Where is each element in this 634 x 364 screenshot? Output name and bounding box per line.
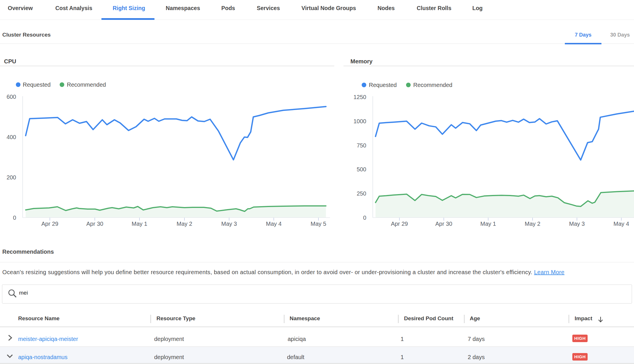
svg-text:May 1: May 1 bbox=[480, 221, 496, 227]
svg-text:May 2: May 2 bbox=[177, 221, 192, 227]
svg-text:500: 500 bbox=[357, 166, 366, 172]
svg-text:May 4: May 4 bbox=[266, 221, 282, 227]
svg-text:May 3: May 3 bbox=[221, 221, 237, 227]
svg-text:Apr 29: Apr 29 bbox=[391, 221, 408, 227]
svg-text:750: 750 bbox=[357, 142, 366, 149]
svg-text:1250: 1250 bbox=[354, 94, 367, 100]
svg-text:0: 0 bbox=[13, 215, 16, 221]
svg-text:600: 600 bbox=[7, 94, 16, 100]
svg-text:Apr 29: Apr 29 bbox=[41, 221, 59, 227]
svg-text:200: 200 bbox=[7, 174, 16, 181]
svg-text:May 1: May 1 bbox=[132, 221, 147, 227]
svg-text:Apr 30: Apr 30 bbox=[86, 221, 103, 227]
svg-text:May 5: May 5 bbox=[311, 221, 326, 227]
svg-text:May 3: May 3 bbox=[569, 221, 585, 227]
svg-text:May 2: May 2 bbox=[525, 221, 540, 227]
svg-text:250: 250 bbox=[357, 190, 366, 197]
svg-text:1000: 1000 bbox=[354, 118, 367, 124]
svg-text:May 4: May 4 bbox=[614, 221, 629, 227]
svg-text:0: 0 bbox=[363, 215, 366, 221]
svg-text:Apr 30: Apr 30 bbox=[435, 221, 452, 227]
svg-text:400: 400 bbox=[7, 134, 16, 140]
